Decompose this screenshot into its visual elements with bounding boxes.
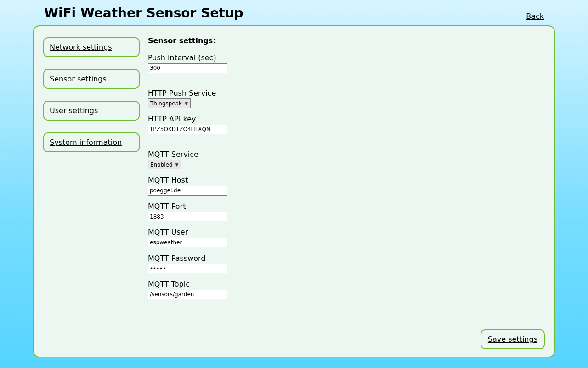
- mqtt-topic-label: MQTT Topic: [148, 280, 545, 288]
- mqtt-port-label: MQTT Port: [148, 202, 545, 211]
- mqtt-user-label: MQTT User: [148, 228, 545, 236]
- back-link[interactable]: Back: [526, 12, 544, 21]
- sidebar-item-system-information[interactable]: System information: [43, 132, 140, 152]
- mqtt-topic-input[interactable]: [148, 290, 227, 299]
- save-settings-button[interactable]: Save settings: [481, 329, 545, 349]
- field-mqtt-password: MQTT Password: [148, 254, 545, 274]
- section-heading: Sensor settings:: [148, 36, 545, 45]
- mqtt-host-input[interactable]: [148, 186, 227, 196]
- http-push-service-label: HTTP Push Service: [148, 89, 545, 98]
- mqtt-service-select[interactable]: Enabled: [148, 160, 181, 169]
- content-area: Sensor settings: Push interval (sec) HTT…: [140, 35, 545, 347]
- field-http-push-service: HTTP Push Service Thingspeak: [148, 89, 545, 109]
- mqtt-host-label: MQTT Host: [148, 176, 545, 184]
- sidebar: Network settings Sensor settings User se…: [43, 35, 140, 347]
- sidebar-item-network-settings[interactable]: Network settings: [43, 37, 140, 57]
- http-api-key-label: HTTP API key: [148, 115, 545, 123]
- field-push-interval: Push interval (sec): [148, 53, 545, 73]
- page-title: WiFi Weather Sensor Setup: [44, 6, 243, 21]
- field-mqtt-service: MQTT Service Enabled: [148, 150, 545, 170]
- field-mqtt-user: MQTT User: [148, 228, 545, 247]
- mqtt-password-input[interactable]: [148, 264, 227, 273]
- main-panel: Network settings Sensor settings User se…: [33, 25, 555, 357]
- mqtt-port-input[interactable]: [148, 212, 227, 221]
- push-interval-label: Push interval (sec): [148, 53, 545, 62]
- field-http-api-key: HTTP API key: [148, 115, 545, 134]
- field-mqtt-topic: MQTT Topic: [148, 280, 545, 299]
- mqtt-user-input[interactable]: [148, 238, 227, 247]
- push-interval-input[interactable]: [148, 63, 227, 73]
- http-push-service-select[interactable]: Thingspeak: [148, 98, 191, 108]
- mqtt-password-label: MQTT Password: [148, 254, 545, 263]
- field-mqtt-port: MQTT Port: [148, 202, 545, 222]
- mqtt-service-value: Enabled: [150, 161, 173, 168]
- http-push-service-value: Thingspeak: [150, 100, 182, 107]
- sidebar-item-sensor-settings[interactable]: Sensor settings: [43, 69, 140, 89]
- http-api-key-input[interactable]: [148, 125, 227, 134]
- mqtt-service-label: MQTT Service: [148, 150, 545, 159]
- sidebar-item-user-settings[interactable]: User settings: [43, 101, 140, 121]
- field-mqtt-host: MQTT Host: [148, 176, 545, 196]
